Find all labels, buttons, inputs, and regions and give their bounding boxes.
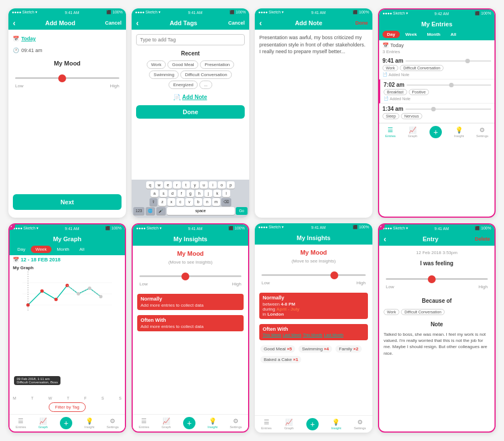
insights-slider-7[interactable]: Low High bbox=[259, 266, 368, 289]
kb-n[interactable]: n bbox=[203, 198, 211, 206]
filter-last-week[interactable]: Last Week bbox=[283, 333, 301, 337]
filter-this-month[interactable]: This Month bbox=[303, 333, 323, 337]
tag-energized[interactable]: Energized bbox=[169, 81, 198, 89]
kb-w[interactable]: w bbox=[155, 181, 163, 189]
fab-add-7[interactable]: + bbox=[306, 418, 319, 430]
kb-q[interactable]: q bbox=[146, 181, 154, 189]
nav-insight-5[interactable]: 💡 Insight bbox=[85, 417, 95, 429]
nav-settings-7[interactable]: ⚙ Settings bbox=[354, 419, 366, 430]
tab-day-g[interactable]: Day bbox=[13, 246, 30, 253]
fab-add[interactable]: + bbox=[430, 126, 442, 138]
kb-s[interactable]: s bbox=[160, 190, 167, 197]
kb-i[interactable]: i bbox=[209, 181, 217, 189]
tag-swimming[interactable]: Swimming bbox=[149, 71, 179, 79]
nav-entries[interactable]: ☰ Entries bbox=[385, 126, 396, 138]
tab-week-g[interactable]: Week bbox=[31, 246, 51, 253]
kb-e[interactable]: e bbox=[164, 181, 172, 189]
add-note-link[interactable]: 📄 Add Note bbox=[136, 94, 245, 100]
kb-m[interactable]: m bbox=[212, 198, 220, 206]
fab-add-6[interactable]: + bbox=[183, 417, 195, 429]
kb-d[interactable]: d bbox=[169, 190, 176, 197]
tag-work[interactable]: Work bbox=[147, 60, 166, 69]
tag-difficult[interactable]: Difficult Conversation bbox=[180, 71, 231, 79]
kb-mic[interactable]: 🎤 bbox=[156, 207, 166, 215]
kb-space[interactable]: space bbox=[167, 207, 235, 215]
nav-add[interactable]: + bbox=[430, 126, 442, 138]
insights-slider[interactable]: Low High bbox=[137, 268, 244, 290]
fab-add-5[interactable]: + bbox=[60, 417, 72, 429]
entry-item-3[interactable]: 1:34 am Sleep Nervous bbox=[379, 104, 494, 123]
nav-add-7[interactable]: + bbox=[306, 418, 319, 430]
next-button[interactable]: Next bbox=[13, 194, 122, 210]
nav-settings-5[interactable]: ⚙ Settings bbox=[106, 417, 119, 429]
kb-v[interactable]: v bbox=[185, 198, 193, 206]
kb-g[interactable]: g bbox=[186, 190, 194, 197]
tab-all-g[interactable]: All bbox=[75, 246, 89, 253]
done-button[interactable]: Done bbox=[136, 105, 245, 119]
nav-graph-7[interactable]: 📈 Graph bbox=[284, 419, 294, 430]
kb-a[interactable]: a bbox=[151, 190, 158, 197]
nav-insight-6[interactable]: 💡 Insight bbox=[208, 417, 218, 429]
back-btn-1[interactable]: ‹ bbox=[13, 18, 16, 27]
nav-graph[interactable]: 📈 Graph bbox=[408, 126, 417, 138]
nav-entries-6[interactable]: ☰ Entries bbox=[139, 417, 150, 429]
tag-more[interactable]: ... bbox=[199, 81, 212, 89]
kb-o[interactable]: o bbox=[218, 181, 226, 189]
kb-p[interactable]: p bbox=[227, 181, 235, 189]
nav-add-6[interactable]: + bbox=[183, 417, 195, 429]
kb-shift[interactable]: ⇧ bbox=[150, 198, 157, 206]
kb-b[interactable]: b bbox=[194, 198, 202, 206]
tag-chips: Work Good Meal Presentation Swimming Dif… bbox=[136, 60, 245, 89]
cancel-btn-1[interactable]: Cancel bbox=[105, 20, 122, 26]
kb-x[interactable]: x bbox=[167, 198, 175, 206]
back-btn-8[interactable]: ‹ bbox=[384, 234, 386, 243]
nav-insight-label-6: Insight bbox=[208, 425, 218, 429]
kb-z[interactable]: z bbox=[158, 198, 166, 206]
filter-last-month[interactable]: Last Month bbox=[324, 333, 344, 337]
tab-all[interactable]: All bbox=[446, 31, 460, 38]
kb-t[interactable]: t bbox=[182, 181, 190, 189]
kb-u[interactable]: u bbox=[200, 181, 208, 189]
kb-123[interactable]: 123 bbox=[133, 207, 144, 215]
delete-btn[interactable]: Delete bbox=[475, 236, 490, 242]
kb-j[interactable]: j bbox=[204, 190, 212, 197]
tag-good-meal[interactable]: Good Meal bbox=[167, 60, 198, 69]
nav-insight-7[interactable]: 💡 Insight bbox=[332, 419, 342, 430]
entry-item-2[interactable]: 7:02 am Breakfast Positive 📄 Added Note bbox=[379, 79, 494, 104]
nav-entries-5[interactable]: ☰ Entries bbox=[16, 417, 26, 429]
tab-day[interactable]: Day bbox=[382, 31, 400, 38]
kb-f[interactable]: f bbox=[178, 190, 185, 197]
back-btn-3[interactable]: ‹ bbox=[259, 18, 262, 27]
kb-go[interactable]: Go bbox=[236, 207, 248, 215]
kb-y[interactable]: y bbox=[191, 181, 199, 189]
back-btn-2[interactable]: ‹ bbox=[136, 18, 139, 27]
nav-graph-6[interactable]: 📈 Graph bbox=[161, 417, 171, 429]
kb-delete[interactable]: ⌫ bbox=[221, 198, 231, 206]
tab-month[interactable]: Month bbox=[422, 31, 445, 38]
nav-settings-6[interactable]: ⚙ Settings bbox=[230, 417, 242, 429]
tab-month-g[interactable]: Month bbox=[53, 246, 74, 253]
cancel-btn-2[interactable]: Cancel bbox=[228, 20, 245, 26]
nav-insight[interactable]: 💡 Insight bbox=[454, 126, 464, 138]
kb-emoji[interactable]: 🌐 bbox=[146, 207, 155, 215]
filter-by-tag-btn[interactable]: Filter by Tag bbox=[49, 402, 85, 412]
kb-r[interactable]: r bbox=[173, 181, 181, 189]
kb-l[interactable]: l bbox=[222, 190, 230, 197]
content-7: My Mood (Move to see Insights) Low High … bbox=[255, 245, 372, 415]
date-label[interactable]: Today bbox=[21, 36, 36, 41]
done-btn-3[interactable]: Done bbox=[356, 20, 368, 26]
nav-graph-5[interactable]: 📈 Graph bbox=[38, 417, 48, 429]
tag-presentation[interactable]: Presentation bbox=[200, 60, 234, 69]
kb-c[interactable]: c bbox=[176, 198, 184, 206]
tab-week[interactable]: Week bbox=[401, 31, 422, 38]
entry-item-1[interactable]: 9:41 am Work Difficult Conversation 📄 Ad… bbox=[379, 55, 494, 79]
filter-this-week[interactable]: This Week bbox=[263, 333, 281, 337]
nav-add-5[interactable]: + bbox=[60, 417, 72, 429]
kb-k[interactable]: k bbox=[213, 190, 221, 197]
detail-slider[interactable]: Low High bbox=[384, 270, 490, 293]
mood-slider[interactable]: Low High bbox=[13, 69, 122, 92]
tag-input[interactable] bbox=[136, 34, 245, 45]
nav-settings[interactable]: ⚙ Settings bbox=[476, 126, 488, 138]
kb-h[interactable]: h bbox=[195, 190, 203, 197]
nav-entries-7[interactable]: ☰ Entries bbox=[261, 419, 272, 430]
